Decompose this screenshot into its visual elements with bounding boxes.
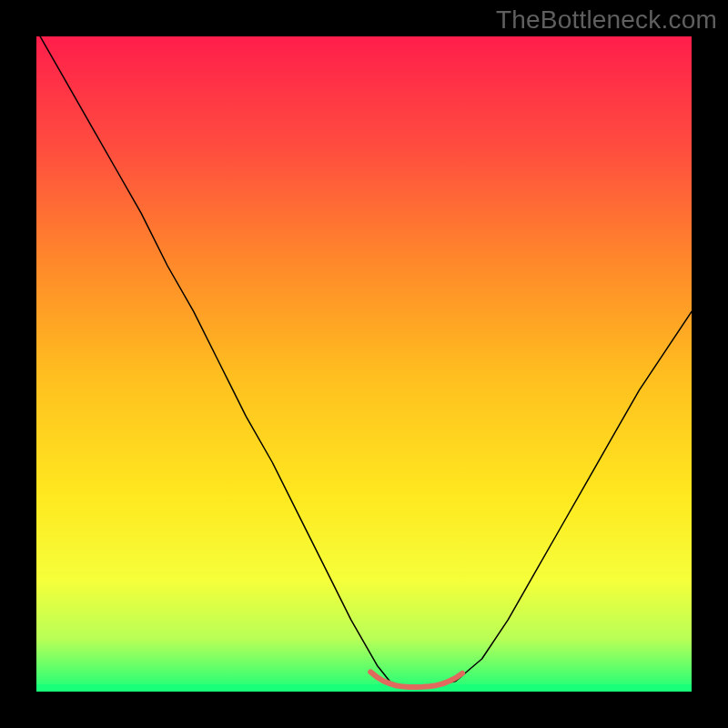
chart-plot [36,36,692,692]
chart-bottom-band [36,684,692,692]
chart-background [36,36,692,692]
watermark-text: TheBottleneck.com [496,5,717,35]
chart-svg [36,36,692,692]
chart-frame: TheBottleneck.com [0,0,728,728]
